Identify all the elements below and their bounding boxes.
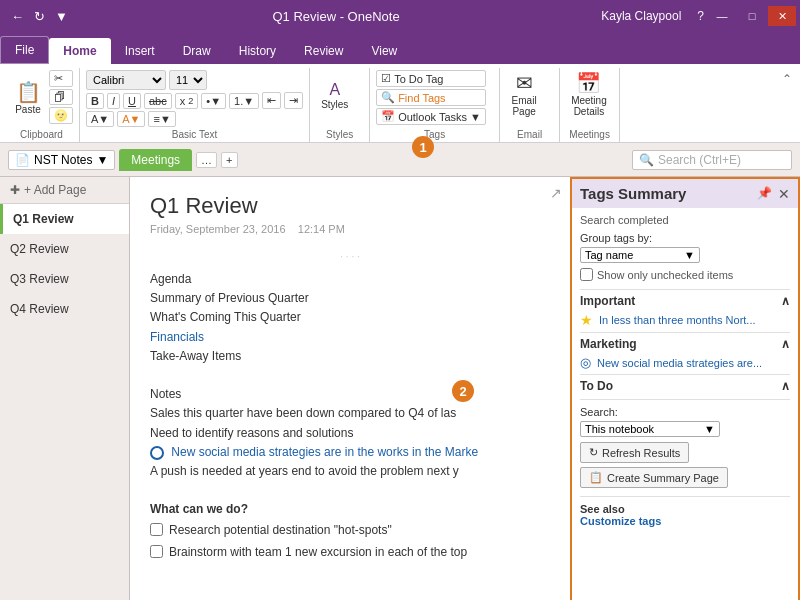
underline-button[interactable]: U bbox=[123, 93, 141, 109]
tab-home[interactable]: Home bbox=[49, 38, 110, 64]
tags-search-scope-dropdown[interactable]: This notebook ▼ bbox=[580, 421, 720, 437]
bullets-dropdown[interactable]: •▼ bbox=[201, 93, 226, 109]
section-tab-meetings[interactable]: Meetings bbox=[119, 149, 192, 171]
font-size-select[interactable]: 11 bbox=[169, 70, 207, 90]
line-social: New social media strategies are in the w… bbox=[150, 443, 550, 462]
create-summary-label: Create Summary Page bbox=[607, 472, 719, 484]
tags-search-complete: Search completed bbox=[580, 214, 790, 226]
align-button[interactable]: ≡▼ bbox=[148, 111, 175, 127]
page-corner-btn[interactable]: ↗ bbox=[550, 185, 562, 201]
outlook-tasks-button[interactable]: 📅 Outlook Tasks ▼ bbox=[376, 108, 486, 125]
badge-2: 2 bbox=[452, 380, 474, 402]
line-takeaway: Take-Away Items bbox=[150, 347, 550, 366]
section-important-collapse[interactable]: ∧ bbox=[781, 294, 790, 308]
content-body: Agenda Summary of Previous Quarter What'… bbox=[150, 270, 550, 562]
show-unchecked-checkbox[interactable] bbox=[580, 268, 593, 281]
line-identify: Need to identify reasons and solutions bbox=[150, 424, 550, 443]
font-color-button[interactable]: A▼ bbox=[117, 111, 145, 127]
email-page-button[interactable]: ✉ EmailPage bbox=[506, 70, 542, 118]
tags-item-marketing-1[interactable]: ◎ New social media strategies are... bbox=[580, 355, 790, 370]
show-unchecked-label: Show only unchecked items bbox=[597, 269, 733, 281]
highlight-button[interactable]: A▼ bbox=[86, 111, 114, 127]
numbering-dropdown[interactable]: 1.▼ bbox=[229, 93, 259, 109]
add-page-button[interactable]: ✚ + Add Page bbox=[0, 177, 129, 204]
close-btn[interactable]: ✕ bbox=[768, 6, 796, 26]
refresh-results-button[interactable]: ↻ Refresh Results bbox=[580, 442, 689, 463]
notebook-icon: 📄 bbox=[15, 153, 30, 167]
more-sections-btn[interactable]: … bbox=[196, 152, 217, 168]
format-painter-icon: 🌝 bbox=[54, 109, 68, 122]
meeting-details-label: MeetingDetails bbox=[571, 95, 607, 117]
color-row: A▼ A▼ ≡▼ bbox=[86, 111, 176, 127]
strikethrough-button[interactable]: abc bbox=[144, 93, 172, 109]
checkbox-brainstorm: Brainstorm with team 1 new excursion in … bbox=[150, 543, 550, 562]
customize-qat-icon[interactable]: ▼ bbox=[52, 9, 71, 24]
tab-insert[interactable]: Insert bbox=[111, 38, 169, 64]
section-marketing-label: Marketing bbox=[580, 337, 637, 351]
checkbox-brainstorm-input[interactable] bbox=[150, 545, 163, 558]
line-sales: Sales this quarter have been down compar… bbox=[150, 404, 550, 423]
page-item-q3[interactable]: Q3 Review bbox=[0, 264, 129, 294]
tags-panel-close-btn[interactable]: ✕ bbox=[778, 186, 790, 202]
tags-search-scope-value: This notebook bbox=[585, 423, 654, 435]
search-icon: 🔍 bbox=[639, 153, 654, 167]
customize-tags-link[interactable]: Customize tags bbox=[580, 515, 661, 527]
add-section-btn[interactable]: + bbox=[221, 152, 237, 168]
tab-view[interactable]: View bbox=[357, 38, 411, 64]
line-financials: Financials bbox=[150, 328, 550, 347]
tags-group-by-label: Group tags by: bbox=[580, 232, 790, 244]
page-date: Friday, September 23, 2016 bbox=[150, 223, 286, 235]
create-summary-button[interactable]: 📋 Create Summary Page bbox=[580, 467, 728, 488]
font-row: Calibri 11 bbox=[86, 70, 207, 90]
meeting-details-button[interactable]: 📅 MeetingDetails bbox=[566, 70, 612, 118]
tab-review[interactable]: Review bbox=[290, 38, 357, 64]
maximize-btn[interactable]: □ bbox=[738, 6, 766, 26]
tags-item-marketing-text: New social media strategies are... bbox=[597, 357, 762, 369]
font-family-select[interactable]: Calibri bbox=[86, 70, 166, 90]
subscript-button[interactable]: x2 bbox=[175, 93, 199, 109]
outlook-icon: 📅 bbox=[381, 110, 395, 123]
indent-decrease[interactable]: ⇤ bbox=[262, 92, 281, 109]
collapse-ribbon-btn[interactable]: ⌃ bbox=[778, 68, 796, 142]
checkbox-research-input[interactable] bbox=[150, 523, 163, 536]
back-icon[interactable]: ← bbox=[8, 9, 27, 24]
copy-button[interactable]: 🗍 bbox=[49, 89, 73, 105]
window-controls[interactable]: — □ ✕ bbox=[708, 6, 800, 26]
quick-access-toolbar[interactable]: ← ↻ ▼ bbox=[0, 9, 71, 24]
minimize-btn[interactable]: — bbox=[708, 6, 736, 26]
undo-icon[interactable]: ↻ bbox=[31, 9, 48, 24]
tab-draw[interactable]: Draw bbox=[169, 38, 225, 64]
page-item-q1[interactable]: Q1 Review bbox=[0, 204, 129, 234]
tags-panel-pin-icon[interactable]: 📌 bbox=[757, 186, 772, 202]
cut-button[interactable]: ✂ bbox=[49, 70, 73, 87]
notebook-label: NST Notes bbox=[34, 153, 92, 167]
tags-item-important-1[interactable]: ★ In less than three months Nort... bbox=[580, 312, 790, 328]
outlook-label: Outlook Tasks bbox=[398, 111, 467, 123]
bold-button[interactable]: B bbox=[86, 93, 104, 109]
indent-increase[interactable]: ⇥ bbox=[284, 92, 303, 109]
outlook-dropdown-icon: ▼ bbox=[470, 111, 481, 123]
help-icon[interactable]: ? bbox=[693, 9, 708, 23]
styles-button[interactable]: A Styles bbox=[316, 70, 353, 120]
notebook-selector[interactable]: 📄 NST Notes ▼ bbox=[8, 150, 115, 170]
tags-section-todo: To Do ∧ bbox=[580, 374, 790, 393]
search-box[interactable]: 🔍 Search (Ctrl+E) bbox=[632, 150, 792, 170]
styles-icon: A bbox=[329, 81, 340, 99]
page-item-q2[interactable]: Q2 Review bbox=[0, 234, 129, 264]
todo-tag-button[interactable]: ☑ To Do Tag bbox=[376, 70, 486, 87]
page-title: Q1 Review bbox=[150, 193, 550, 219]
tags-summary-panel: Tags Summary 📌 ✕ Search completed Group … bbox=[570, 177, 800, 600]
find-tags-button[interactable]: 🔍 Find Tags bbox=[376, 89, 486, 106]
format-painter-button[interactable]: 🌝 bbox=[49, 107, 73, 124]
page-item-q4[interactable]: Q4 Review bbox=[0, 294, 129, 324]
paste-button[interactable]: 📋 Paste bbox=[10, 73, 46, 121]
section-todo-collapse[interactable]: ∧ bbox=[781, 379, 790, 393]
find-tags-label: Find Tags bbox=[398, 92, 446, 104]
section-marketing-collapse[interactable]: ∧ bbox=[781, 337, 790, 351]
tab-history[interactable]: History bbox=[225, 38, 290, 64]
page-time: 12:14 PM bbox=[298, 223, 345, 235]
tab-file[interactable]: File bbox=[0, 36, 49, 64]
meetings-label: Meetings bbox=[566, 129, 613, 142]
italic-button[interactable]: I bbox=[107, 93, 120, 109]
tags-group-by-dropdown[interactable]: Tag name ▼ bbox=[580, 247, 700, 263]
